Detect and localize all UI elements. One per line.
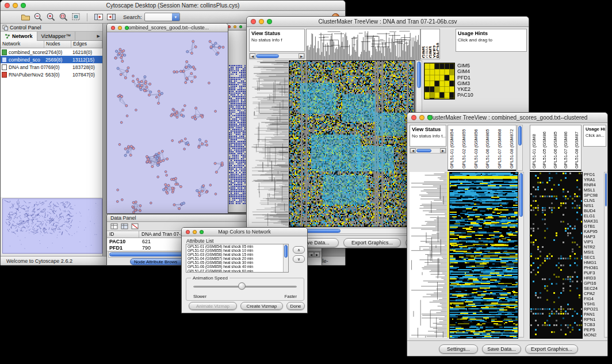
close-button[interactable] [5,3,10,8]
gene-label[interactable]: PUF3 [584,270,603,275]
network-list-row[interactable]: RNAPuberNov2 +563(0)107847(0) [1,71,102,78]
close-button[interactable] [251,19,256,24]
column-label[interactable]: GPL51-06 (GSM865 [485,127,490,168]
gene-label[interactable]: MSI1 [584,250,603,255]
zoom-button[interactable] [239,25,242,28]
scroll-left-icon[interactable]: ◀ [308,252,314,257]
vertical-scrollbar-thumb[interactable] [519,173,523,217]
column-label[interactable]: GIM5 [422,30,424,58]
vertical-scrollbar-thumb[interactable] [518,126,522,145]
network-list-row[interactable]: combined_scores2764(0)16218(0) [1,48,102,56]
minimize-button[interactable] [13,3,18,8]
gene-label[interactable]: PFD1 [584,172,603,177]
zoom-button[interactable] [21,3,26,8]
status-scrollbar[interactable]: ◀ ▶ [249,53,305,59]
column-label[interactable]: GIM4 [425,30,428,58]
gene-label[interactable]: CPA2 [584,291,603,296]
zoom-button[interactable] [267,19,272,24]
gene-label[interactable]: NTR2 [584,244,603,250]
titlebar[interactable]: Cytoscape Desktop (Session Name: collins… [1,1,345,11]
hide-panel-left-icon[interactable] [93,12,104,22]
column-label[interactable]: GPL51-01 (GSM854 [450,127,454,168]
vertical-scrollbar-thumb[interactable] [284,245,288,258]
minimize-button[interactable] [234,25,236,28]
zoom-in-icon[interactable] [45,12,56,22]
scroll-left-icon[interactable]: ◀ [250,53,255,59]
attribute-list-item[interactable]: GPL51-04 (GSM857) heat shock 20 min [186,256,283,260]
horizontal-scrollbar-thumb[interactable] [416,149,431,152]
close-button[interactable] [186,230,190,234]
attribute-list-item[interactable]: GPL51-05 (GSM858) heat shock 30 min [186,260,283,265]
unselect-attributes-icon[interactable] [131,223,139,231]
column-label[interactable]: GPL51-07 (GSM868 [498,127,502,168]
gene-label[interactable]: MAK31 [584,219,603,224]
scroll-right-icon[interactable]: ▶ [440,148,446,153]
column-label[interactable]: GPL51-01 (GSM8 [532,127,537,168]
gene-label[interactable]: GTB1 [584,224,603,229]
column-scrollbar[interactable] [517,125,523,171]
gene-label[interactable]: PAC10 [457,92,498,98]
save-data-button[interactable]: Save Data... [482,344,521,354]
secondary-heatmap-canvas[interactable] [530,172,583,339]
minimize-button[interactable] [118,26,122,30]
column-label[interactable]: PAC10 [436,30,439,58]
attribute-list-item[interactable]: GPL51-01 (GSM854) heat shock 05 min [186,244,283,248]
column-label[interactable]: GPL51-05 (GSM86 [542,127,547,168]
titlebar[interactable]: ClusterMaker TreeView : DNA and Tran 07-… [247,17,529,27]
open-folder-icon[interactable] [20,12,30,22]
scroll-right-icon[interactable]: ▶ [314,252,320,257]
gene-label[interactable]: MON2 [584,332,603,338]
column-header-edges[interactable]: Edges [71,41,102,48]
hide-panel-right-icon[interactable] [106,12,116,22]
gene-label[interactable]: PFD1 [457,75,498,81]
create-vizmap-button[interactable]: Create Vizmap [240,302,283,310]
scroll-left-icon[interactable]: ◀ [410,148,416,153]
move-up-button[interactable]: ∧ [293,246,305,254]
list-scrollbar[interactable] [283,244,288,272]
gene-label[interactable]: SEC24 [584,286,603,291]
animate-vizmap-button[interactable]: Animate Vizmap [189,302,237,310]
float-panel-icon[interactable] [2,25,8,30]
column-label[interactable]: GPL51-08 (GSM87 [575,127,579,168]
heatmap-canvas[interactable] [449,172,518,339]
gene-label[interactable]: GIM3 [457,81,498,86]
gene-label[interactable]: PEP5 [584,327,603,332]
gene-label[interactable]: NIS1 [584,203,603,208]
select-attributes-icon[interactable] [110,223,118,231]
column-label[interactable]: GIM3 [429,30,431,58]
status-scrollbar[interactable]: ◀ ▶ [410,148,446,154]
zoom-out-icon[interactable] [33,12,43,22]
column-label[interactable]: GPL51-08 (GSM872 [510,127,514,168]
close-button[interactable] [411,115,416,120]
gene-label[interactable]: HMG1 [584,260,603,265]
row-dendrogram-canvas[interactable] [249,60,288,226]
gene-label[interactable]: KAP95 [584,229,603,234]
zoom-button[interactable] [427,115,433,120]
zoom-button[interactable] [125,26,129,30]
attribute-list-item[interactable]: GPL51-07 (GSM868) heat shock 60 min [186,269,283,272]
tab-overflow-icon[interactable]: ▶ [97,34,102,39]
column-label[interactable]: GPL51-02 (GSM855 [462,127,466,168]
gene-label[interactable]: VIP1 [584,239,603,244]
export-graphics-button[interactable]: Export Graphics... [525,344,578,354]
gene-label[interactable]: FIG4 [584,296,603,301]
attribute-list-item[interactable]: GPL51-06 (GSM859) heat shock 40 min [186,265,283,269]
zoom-button[interactable] [200,230,204,234]
export-graphics-button[interactable]: Export Graphics... [343,238,401,247]
column-dendrogram-canvas[interactable] [306,29,420,60]
zoom-fit-icon[interactable] [58,12,68,22]
vertical-scrollbar-thumb[interactable] [417,62,421,88]
titlebar[interactable]: ClusterMaker TreeView : combined_scores_… [407,113,607,123]
gene-label[interactable]: MSL1 [584,187,603,193]
node-attribute-browser-button[interactable]: Node Attribute Brows... [130,258,185,265]
gene-label[interactable]: YSH1 [584,301,603,306]
titlebar[interactable]: Map Colors to Network [182,228,307,236]
done-button[interactable]: Done [286,302,305,310]
horizontal-scrollbar[interactable]: ◀ ▶ [289,228,422,234]
gene-label[interactable]: YRA1 [584,177,603,182]
gene-label[interactable]: PHO81 [584,265,603,270]
network-overview-canvas[interactable] [2,198,102,254]
gene-label[interactable]: HAP3 [584,234,603,239]
search-input[interactable]: ▾ [144,13,180,21]
gene-label[interactable]: GIM5 [457,63,498,68]
